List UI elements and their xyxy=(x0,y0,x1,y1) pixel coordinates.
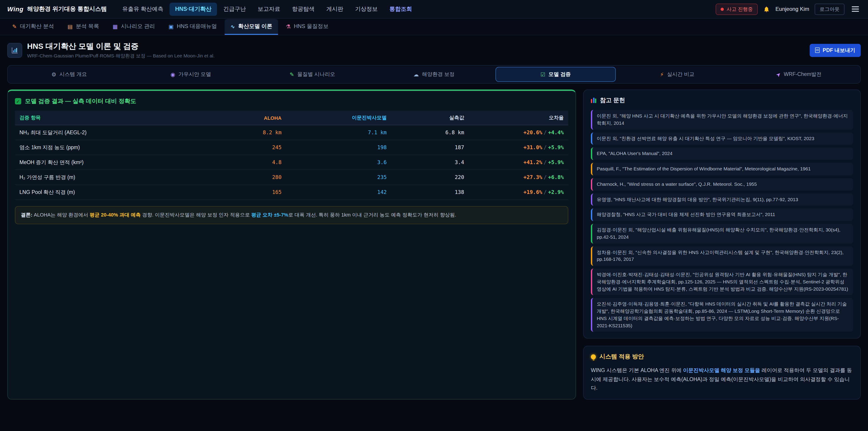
app-logo: Wing xyxy=(7,5,24,13)
model-error: +4.4% xyxy=(548,129,564,135)
reference-item: EPA, "ALOHA User's Manual", 2024 xyxy=(591,148,853,160)
nav-item[interactable]: HNS·대기확산 xyxy=(170,2,217,16)
model-error: +2.9% xyxy=(548,189,564,195)
tab-label: 물질별 시나리오 xyxy=(297,71,335,78)
incident-status-badge: 사고 진행중 xyxy=(716,3,758,15)
subnav-item[interactable]: ▦시나리오 관리 xyxy=(107,19,161,35)
reference-item: 오진석·김주영·이득재·김용명·최훈·이문진, "다항목 HNS 데이터의 실시… xyxy=(591,298,853,332)
line-chart-icon: ∿ xyxy=(230,24,235,29)
table-cell: 220 xyxy=(391,170,469,185)
error-separator: / xyxy=(542,129,548,135)
manual-icon: ▣ xyxy=(168,24,174,29)
scenario-icon: ▦ xyxy=(113,24,118,29)
check-icon: ✓ xyxy=(15,98,21,104)
column-header: 검증 항목 xyxy=(15,111,203,125)
table-cell: 165 xyxy=(203,185,286,199)
table-cell: 3.4 xyxy=(391,155,469,170)
pdf-export-button[interactable]: PDF 내보내기 xyxy=(810,43,861,57)
error-cell: +20.6%/+4.4% xyxy=(469,125,568,140)
table-cell: 198 xyxy=(286,140,391,155)
tab-item[interactable]: ➤WRF-Chem발전 xyxy=(739,67,859,82)
table-row: 염소 1km 지점 농도 (ppm)245198187+31.0%/+5.9% xyxy=(15,140,568,155)
nav-item[interactable]: 긴급구난 xyxy=(218,2,251,16)
tab-item[interactable]: ⚙시스템 개요 xyxy=(9,67,129,82)
aloha-error: +31.0% xyxy=(524,144,542,151)
table-cell: 280 xyxy=(203,170,286,185)
conclusion-note: 결론: ALOHA는 해양 환경에서 평균 20-40% 과대 예측 경향. 이… xyxy=(15,206,568,224)
table-cell: NH₃ 최대 도달거리 (AEGL-2) xyxy=(15,125,203,140)
nav-item[interactable]: 통합조회 xyxy=(384,2,417,16)
subnav-item[interactable]: ∿확산모델 이론 xyxy=(225,19,278,35)
nav-item[interactable]: 보고자료 xyxy=(252,2,286,16)
section-tabs: ⚙시스템 개요◉가우시안 모델✎물질별 시나리오☁해양환경 보정☑모델 검증⚡실… xyxy=(7,65,861,84)
error-cell: +27.3%/+6.8% xyxy=(469,170,568,185)
table-cell: 3.6 xyxy=(286,155,391,170)
tab-item[interactable]: ✎물질별 시나리오 xyxy=(252,67,373,82)
table-cell: 6.8 km xyxy=(391,125,469,140)
main-menu: 유출유 확산예측HNS·대기확산긴급구난보고자료항공탐색게시판기상정보통합조회 xyxy=(117,2,417,16)
app-title: 해양환경 위기대응 통합시스템 xyxy=(27,5,107,13)
validation-panel-title: ✓ 모델 검증 결과 — 실측 데이터 대비 정확도 xyxy=(15,97,568,105)
subnav-item-label: 분석 목록 xyxy=(76,23,99,30)
application-text: WING 시스템은 기본 ALOHA 엔진 위에 이문진박사모델 해양 보정 모… xyxy=(591,366,853,393)
references-panel-title: 참고 문헌 xyxy=(591,96,853,104)
topnav-right: 사고 진행중 Eunjeong Kim 로그아웃 xyxy=(716,3,861,15)
top-navigation: Wing 해양환경 위기대응 통합시스템 유출유 확산예측HNS·대기확산긴급구… xyxy=(0,0,868,19)
nav-item[interactable]: 항공탐색 xyxy=(287,2,320,16)
page-title: HNS 대기확산 모델 이론 및 검증 xyxy=(27,41,215,52)
subnav-item-label: 시나리오 관리 xyxy=(121,23,155,30)
document-icon xyxy=(815,48,819,53)
tab-item[interactable]: ⚡실시간 비교 xyxy=(617,67,737,82)
notebook-icon: ▤ xyxy=(68,24,73,29)
nav-item[interactable]: 게시판 xyxy=(321,2,349,16)
nav-item[interactable]: 기상정보 xyxy=(350,2,383,16)
validation-panel: ✓ 모델 검증 결과 — 실측 데이터 대비 정확도 검증 항목ALOHA이문진… xyxy=(7,90,576,400)
flask-icon: ⚗ xyxy=(286,24,291,29)
aloha-error: +27.3% xyxy=(524,174,542,180)
tab-item[interactable]: ☁해양환경 보정 xyxy=(374,67,494,82)
table-cell: 142 xyxy=(286,185,391,199)
table-cell: LNG Pool 확산 직경 (m) xyxy=(15,185,203,199)
gaussian-icon: ◉ xyxy=(170,72,175,77)
main-content: ✓ 모델 검증 결과 — 실측 데이터 대비 정확도 검증 항목ALOHA이문진… xyxy=(0,84,868,400)
reference-item: 유영명, "HNS 재난사고에 대한 해양경찰의 대응 방안", 한국위기관리논… xyxy=(591,193,853,206)
model-error: +6.8% xyxy=(548,174,564,180)
aloha-error: +19.6% xyxy=(524,189,542,195)
subnav-item[interactable]: ⚗HNS 물질정보 xyxy=(280,19,334,35)
chart-page-icon xyxy=(7,43,22,58)
application-title-text: 시스템 적용 방안 xyxy=(599,353,644,361)
tab-label: 실시간 비교 xyxy=(667,71,694,78)
error-separator: / xyxy=(542,144,548,151)
page-title-block: HNS 대기확산 모델 이론 및 검증 WRF-Chem·Gaussian Pl… xyxy=(27,41,215,59)
logout-button[interactable]: 로그아웃 xyxy=(815,3,844,15)
subnav-item[interactable]: ▤분석 목록 xyxy=(62,19,105,35)
page-header-left: HNS 대기확산 모델 이론 및 검증 WRF-Chem·Gaussian Pl… xyxy=(7,41,215,59)
conclusion-segment: 평균 오차 ±5-7% xyxy=(251,212,288,217)
application-panel: 시스템 적용 방안 WING 시스템은 기본 ALOHA 엔진 위에 이문진박사… xyxy=(583,346,861,400)
conclusion-segment: 평균 20-40% 과대 예측 xyxy=(90,212,141,217)
table-cell: 187 xyxy=(391,140,469,155)
nav-item[interactable]: 유출유 확산예측 xyxy=(117,2,169,16)
cloud-icon: ☁ xyxy=(413,72,419,77)
subnav-item[interactable]: ▣HNS 대응매뉴얼 xyxy=(163,19,223,35)
table-cell: 8.2 km xyxy=(203,125,286,140)
conclusion-segment: 로 대폭 개선. 특히 풍하 1km 이내 근거리 농도 예측 정확도가 현저히… xyxy=(288,212,456,217)
table-cell: 염소 1km 지점 농도 (ppm) xyxy=(15,140,203,155)
notification-bell-icon[interactable] xyxy=(763,6,770,12)
error-separator: / xyxy=(542,174,548,180)
tab-item[interactable]: ☑모델 검증 xyxy=(495,67,616,82)
aloha-error: +41.2% xyxy=(524,159,542,165)
application-panel-title: 시스템 적용 방안 xyxy=(591,353,853,361)
conclusion-segment: 결론: xyxy=(21,212,32,217)
hamburger-menu-icon[interactable] xyxy=(850,4,861,13)
tab-label: 모델 검증 xyxy=(549,71,571,78)
user-name: Eunjeong Kim xyxy=(776,6,809,12)
lightbulb-icon xyxy=(591,355,596,359)
gear-icon: ⚙ xyxy=(52,72,57,77)
pdf-export-label: PDF 내보내기 xyxy=(823,47,855,54)
conclusion-segment: 경향. 이문진박사모델은 해양 보정 인자 적용으로 xyxy=(141,212,251,217)
reference-item: Pasquill, F., "The Estimation of the Dis… xyxy=(591,163,853,175)
subnav-item[interactable]: ✎대기확산 분석 xyxy=(6,19,60,35)
tab-item[interactable]: ◉가우시안 모델 xyxy=(131,67,251,82)
column-header: 오차율 xyxy=(469,111,568,125)
